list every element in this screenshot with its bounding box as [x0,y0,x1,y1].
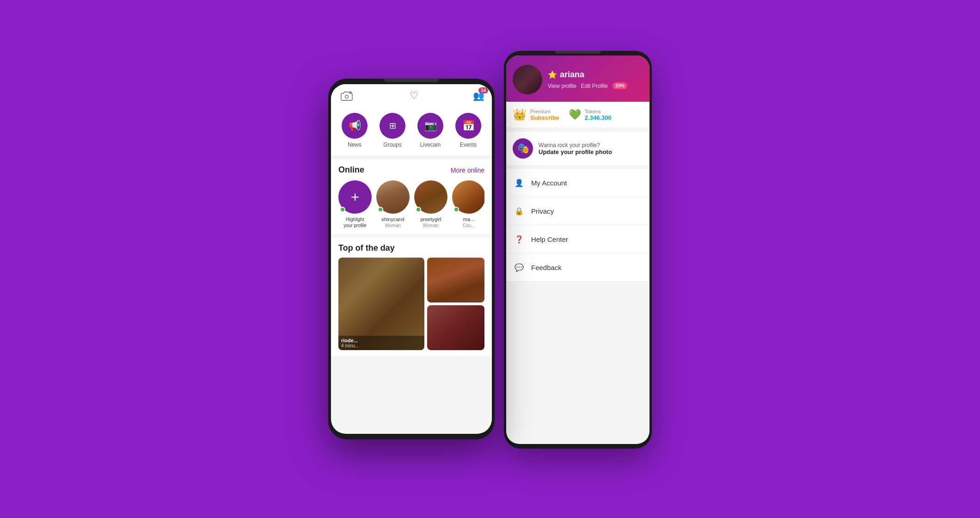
status-bar: + ♡ 👥 14 [331,84,492,107]
nav-label-events: Events [460,142,477,148]
privacy-icon: 🔒 [513,204,526,217]
online-header: Online More online [338,165,484,175]
svg-point-0 [345,95,349,99]
nav-item-news[interactable]: 📢 News [342,113,368,148]
card-name-large: riode... [341,338,422,343]
wanna-rock-text: Wanna rock your profile? [539,142,612,148]
menu-item-feedback[interactable]: 💬 Feedback [506,253,649,282]
view-profile-button[interactable]: View profile [548,83,576,89]
preetygirl-sub: Woman [423,223,439,228]
nav-item-livecam[interactable]: 📷 Livecam [417,113,443,148]
online-section: Online More online + Highlightyour profi… [331,160,492,234]
online-dot-1 [378,207,383,212]
card-overlay-large: riode... 4 minu... [338,336,424,350]
shinycarol-sub: Woman [385,223,401,228]
card-time-large: 4 minu... [341,343,422,348]
add-avatar-wrap: + [338,180,372,214]
heart-icon[interactable]: ♡ [410,90,419,102]
menu-item-my-account[interactable]: 👤 My Account [506,169,649,197]
camera-plus-icon[interactable]: + [338,87,355,104]
user-preetygirl[interactable]: preetygirl Woman [414,180,447,228]
menu-section: 👤 My Account 🔒 Privacy ❓ Help Center 💬 F… [506,169,649,282]
feedback-icon: 💬 [513,261,526,274]
phone-2-screen: ⭐ ariana View profile Edit Profile 30% 👑… [506,56,649,444]
nav-label-news: News [348,142,361,148]
phone-1-notch [384,79,439,82]
top-day-title: Top of the day [338,243,484,253]
news-circle: 📢 [342,113,368,139]
top-card-large[interactable]: riode... 4 minu... [338,258,424,350]
livecam-icon: 📷 [424,120,437,132]
notification-badge: 14 [478,87,488,93]
edit-progress-badge: 30% [612,82,627,89]
top-day-grid: riode... 4 minu... [338,258,484,350]
online-dot-0 [340,207,345,212]
feedback-label: Feedback [531,264,562,271]
preetygirl-name: preetygirl [420,216,441,222]
top-card-small-2[interactable] [427,305,484,350]
subscribe-button[interactable]: Subscribe [530,114,559,121]
more-online-link[interactable]: More online [451,166,484,174]
tokens-value: 2.346.300 [585,114,612,121]
tokens-label: Tokens [585,109,612,114]
crown-icon: 👑 [513,108,527,121]
highlight-profile-item[interactable]: + Highlightyour profile [338,180,372,228]
profile-info: ⭐ ariana View profile Edit Profile 30% [548,70,643,89]
my-account-icon: 👤 [513,176,526,189]
events-icon: 📅 [462,120,475,132]
online-title: Online [338,165,364,175]
phone-1-screen: + ♡ 👥 14 📢 News [331,84,492,434]
menu-item-privacy[interactable]: 🔒 Privacy [506,197,649,225]
star-icon: ⭐ [548,70,557,79]
nav-item-groups[interactable]: ⊞ Groups [380,113,405,148]
top-card-small-stack [427,258,484,350]
phone-1: + ♡ 👥 14 📢 News [328,79,495,439]
online-users-list: + Highlightyour profile [338,180,484,228]
user-shinycarol[interactable]: shinycarol Woman [376,180,410,228]
phones-container: + ♡ 👥 14 📢 News [328,51,652,467]
top-card-small-1[interactable] [427,258,484,302]
ma-name: ma... [463,216,474,222]
people-notification[interactable]: 👥 14 [473,90,484,101]
nav-icons-row: 📢 News ⊞ Groups 📷 Livecam [331,107,492,156]
ma-sub: Cou... [463,223,475,228]
news-icon: 📢 [349,120,361,132]
update-text-wrap: Wanna rock your profile? Update your pro… [539,142,612,155]
premium-section: 👑 Premium Subscribe [513,108,559,121]
premium-label: Premium [530,109,559,114]
events-circle: 📅 [455,113,481,139]
phone-2-notch [555,51,601,54]
profile-name-row: ⭐ ariana [548,70,643,80]
nav-item-events[interactable]: 📅 Events [455,113,481,148]
edit-profile-button[interactable]: Edit Profile [581,83,608,89]
svg-text:+: + [349,91,352,95]
tokens-section: 💚 Tokens 2.346.300 [569,108,612,121]
menu-item-help-center[interactable]: ❓ Help Center [506,225,649,253]
shinycarol-wrap [376,180,410,214]
preetygirl-wrap [414,180,447,214]
update-profile-card[interactable]: 🎭 Wanna rock your profile? Update your p… [506,132,649,165]
user-ma[interactable]: ma... Cou... [452,180,484,228]
camera-svg: + [340,91,353,101]
profile-avatar-bg [513,65,542,94]
premium-tokens-row: 👑 Premium Subscribe 💚 Tokens 2.346.300 [506,102,649,128]
groups-circle: ⊞ [380,113,405,139]
profile-header: ⭐ ariana View profile Edit Profile 30% [506,56,649,102]
groups-icon: ⊞ [389,121,396,131]
profile-name: ariana [560,70,584,80]
nav-label-groups: Groups [383,142,401,148]
heart-token-icon: 💚 [569,109,581,121]
nav-label-livecam: Livecam [420,142,441,148]
plus-icon: + [351,189,360,206]
top-day-section: Top of the day riode... 4 minu... [331,238,492,356]
update-photo-text: Update your profile photo [539,148,612,155]
mask-icon: 🎭 [513,138,533,159]
highlight-name: Highlightyour profile [343,216,366,228]
shinycarol-name: shinycarol [381,216,404,222]
profile-avatar[interactable] [513,65,542,94]
my-account-label: My Account [531,179,567,187]
premium-info: Premium Subscribe [530,109,559,121]
online-dot-3 [453,207,459,212]
ma-wrap [452,180,484,214]
online-dot-2 [416,207,421,212]
